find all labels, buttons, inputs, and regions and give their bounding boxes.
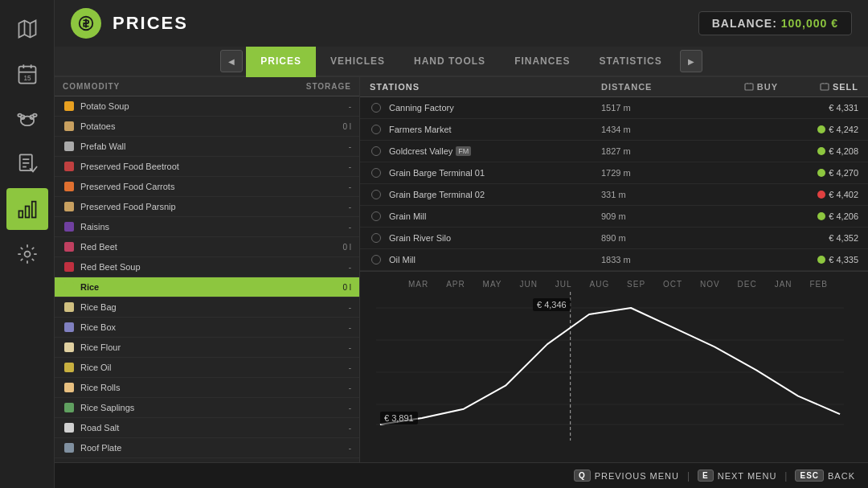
chart-month-label: APR [446,280,465,289]
commodity-name: Roof Plate [80,443,319,453]
commodity-row[interactable]: Rice Flour - [55,338,359,358]
commodity-storage: 0 l [319,243,351,252]
commodity-row[interactable]: Red Beet Soup - [55,257,359,277]
next-menu-label: NEXT MENU [718,471,777,481]
next-menu-btn[interactable]: E NEXT MENU [698,470,776,482]
storage-col-header: STORAGE [303,82,351,91]
commodity-name: Prefab Wall [80,141,319,151]
commodity-name: Preserved Food Beetroot [80,162,319,171]
station-sell: € 4,206 [778,211,858,221]
station-distance: 1827 m [601,146,682,156]
commodity-name: Rice Flour [80,342,319,352]
tab-prices[interactable]: PRICES [246,47,316,77]
chart-month-label: FEB [809,280,827,289]
commodity-row[interactable]: Rice Rolls - [55,378,359,398]
commodity-name: Potato Soup [80,101,319,111]
commodity-icon [63,220,76,233]
back-btn[interactable]: ESC BACK [795,470,855,482]
tab-finances[interactable]: FINANCES [500,47,584,77]
station-distance: 1729 m [601,168,682,178]
commodity-row[interactable]: Prefab Wall - [55,137,359,157]
station-distance: 890 m [601,233,682,243]
commodity-row[interactable]: Rice Oil - [55,358,359,378]
separator-1: | [687,470,690,482]
commodity-storage: - [319,383,351,392]
main-panel: PRICES BALANCE: 100,000 € ◀ PRICES VEHIC… [55,0,868,488]
bottom-bar: Q PREVIOUS MENU | E NEXT MENU | ESC BACK [55,462,868,488]
commodity-name: Rice Saplings [80,403,319,412]
sidebar-item-map[interactable] [6,8,48,50]
commodity-icon [63,421,76,434]
tab-vehicles[interactable]: VEHICLES [316,47,399,77]
back-label: BACK [828,471,855,481]
commodity-icon [63,401,76,414]
commodity-row[interactable]: Preserved Food Carrots - [55,177,359,197]
commodity-storage: - [319,182,351,191]
sell-indicator-red [817,191,825,199]
station-icon [370,210,383,223]
sidebar-item-stats[interactable] [6,188,48,230]
commodity-icon [63,301,76,314]
content-area: COMMODITY STORAGE Potato Soup - Potatoes… [55,77,868,462]
svg-point-7 [20,117,33,126]
commodity-row[interactable]: Rice Box - [55,318,359,338]
commodity-row[interactable]: Rice Bag - [55,297,359,318]
commodity-storage: 0 l [319,283,351,292]
previous-menu-btn[interactable]: Q PREVIOUS MENU [574,470,679,482]
commodity-name: Red Beet [80,242,319,252]
svg-rect-22 [745,84,753,90]
chart-month-label: JAN [775,280,792,289]
commodity-row[interactable]: Rice Saplings - [55,398,359,418]
station-row[interactable]: Farmers Market 1434 m € 4,242 [360,119,868,141]
commodity-row[interactable]: Potato Soup - [55,96,359,117]
commodity-storage: - [319,363,351,372]
chart-month-label: OCT [663,280,682,289]
nav-tabs: ◀ PRICES VEHICLES HAND TOOLS FINANCES ST… [55,47,868,77]
chart-month-label: JUN [519,280,537,289]
tab-statistics[interactable]: STATISTICS [584,47,676,77]
chart-area: MARAPRMAYJUNJULAUGSEPOCTNOVDECJANFEB € 4… [360,272,868,462]
commodity-row[interactable]: Road Salt - [55,418,359,438]
tab-hand-tools[interactable]: HAND TOOLS [399,47,500,77]
nav-arrow-left[interactable]: ◀ [220,50,243,72]
station-sell: € 4,270 [778,168,858,178]
station-distance: 1833 m [601,255,682,265]
svg-point-10 [18,114,22,117]
station-row[interactable]: Grain Mill 909 m € 4,206 [360,206,868,228]
station-row[interactable]: Grain River Silo 890 m € 4,352 [360,228,868,249]
station-name: Grain Barge Terminal 01 [389,168,601,178]
station-row[interactable]: Grain Barge Terminal 02 331 m € 4,402 [360,184,868,206]
station-row[interactable]: Grain Barge Terminal 01 1729 m € 4,270 [360,162,868,184]
station-row[interactable]: Oil Mill 1833 m € 4,335 [360,249,868,271]
commodity-row[interactable]: Preserved Food Beetroot - [55,157,359,177]
chart-min-label: € 3,891 [380,412,418,424]
sidebar-item-calendar[interactable]: 15 [6,53,48,95]
station-row[interactable]: Canning Factory 1517 m € 4,331 [360,97,868,119]
nav-arrow-right[interactable]: ▶ [680,50,702,72]
commodity-row[interactable]: Roof Plate - [55,438,359,458]
station-sell: € 4,402 [778,190,858,199]
commodity-icon [63,361,76,374]
commodity-icon [63,180,76,193]
chart-month-label: AUG [590,280,610,289]
chart-max-label: € 4,346 [533,298,571,311]
svg-rect-23 [821,84,829,90]
commodity-row[interactable]: Preserved Food Parsnip - [55,197,359,217]
commodity-storage: - [319,203,351,211]
commodity-row[interactable]: Potatoes 0 l [55,117,359,137]
svg-rect-16 [18,211,23,217]
sidebar-item-contracts[interactable] [6,143,48,185]
svg-text:15: 15 [23,75,31,82]
sidebar-item-settings[interactable] [6,233,48,275]
sidebar-item-animals[interactable] [6,98,48,140]
station-row[interactable]: Goldcrest ValleyFM 1827 m € 4,208 [360,141,868,162]
station-icon [370,232,383,244]
commodity-list: Potato Soup - Potatoes 0 l Prefab Wall -… [55,96,359,462]
commodity-row[interactable]: Rice 0 l [55,277,359,297]
chart-month-label: NOV [700,280,720,289]
station-distance: 1517 m [601,103,682,113]
commodity-row[interactable]: Red Beet 0 l [55,237,359,257]
commodity-storage: - [319,303,351,312]
commodity-row[interactable]: Raisins - [55,217,359,237]
commodity-icon [63,160,76,173]
